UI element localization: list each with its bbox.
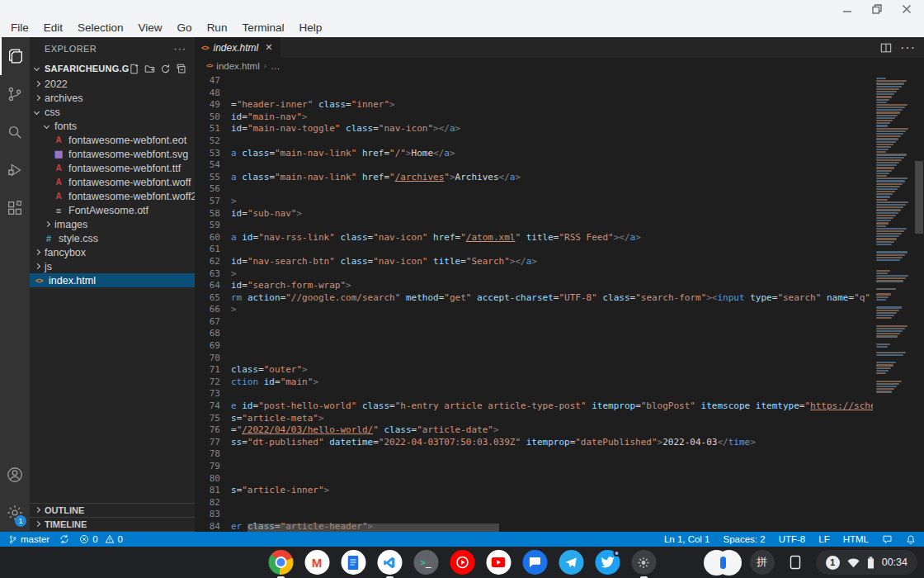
editor-more-actions-icon[interactable]: ··· xyxy=(900,40,916,55)
section-timeline[interactable]: TIMELINE xyxy=(30,518,195,532)
code-line-53[interactable]: a class="main-nav-link" href="/">Home</a… xyxy=(231,148,873,160)
code-line-77[interactable]: ss="dt-published" datetime="2022-04-03T0… xyxy=(231,437,873,449)
menu-terminal[interactable]: Terminal xyxy=(234,20,291,36)
code-line-72[interactable]: ction id="main"> xyxy=(231,377,873,389)
tree-item-archives[interactable]: archives xyxy=(30,91,195,105)
code-line-60[interactable]: a id="nav-rss-link" class="nav-icon" hre… xyxy=(231,232,873,244)
menu-help[interactable]: Help xyxy=(291,20,329,36)
minimize-button[interactable] xyxy=(837,2,858,17)
extensions-icon[interactable] xyxy=(0,189,30,227)
sync-indicator[interactable] xyxy=(59,534,69,544)
tree-item-2022[interactable]: 2022 xyxy=(30,77,195,91)
tree-item-images[interactable]: images xyxy=(30,217,195,231)
tree-item-fontawesome-webfont-woff2[interactable]: Afontawesome-webfont.woff2 xyxy=(30,189,195,203)
tab-index-html[interactable]: <> index.html ✕ xyxy=(195,37,280,58)
code-line-73[interactable] xyxy=(231,388,873,400)
code-line-68[interactable] xyxy=(231,328,873,340)
search-icon[interactable] xyxy=(0,113,30,151)
project-root-row[interactable]: SAFARICHEUNG.GITHUB.IO xyxy=(30,60,195,77)
explorer-more-actions-icon[interactable]: ··· xyxy=(174,43,187,54)
code-line-76[interactable]: ="/2022/04/03/hello-world/" class="artic… xyxy=(231,424,873,437)
minimap[interactable] xyxy=(873,75,914,532)
feedback-icon[interactable] xyxy=(882,534,893,544)
branch-indicator[interactable]: master xyxy=(8,534,50,545)
code-line-59[interactable] xyxy=(231,220,873,232)
code-line-54[interactable] xyxy=(231,159,873,172)
tree-item-fontawesome-otf[interactable]: ≡FontAwesome.otf xyxy=(30,203,195,217)
collapse-all-icon[interactable] xyxy=(176,64,186,74)
code-line-48[interactable] xyxy=(231,88,873,100)
youtube-music-app-icon[interactable] xyxy=(450,550,475,576)
horizontal-scrollbar[interactable] xyxy=(231,524,873,532)
source-control-icon[interactable] xyxy=(0,75,30,113)
vscode-app-icon[interactable] xyxy=(377,550,403,576)
tree-item-index-html[interactable]: <>index.html xyxy=(30,273,195,287)
tree-item-fonts[interactable]: fonts xyxy=(30,119,195,133)
messages-app-icon[interactable] xyxy=(522,550,548,576)
encoding[interactable]: UTF-8 xyxy=(779,534,806,544)
notifications-bell-icon[interactable] xyxy=(906,534,916,545)
twitter-app-icon[interactable] xyxy=(595,550,620,576)
code-line-51[interactable]: id="main-nav-toggle" class="nav-icon"></… xyxy=(231,123,873,135)
split-editor-icon[interactable] xyxy=(880,42,892,54)
system-tray[interactable]: 1 00:34 xyxy=(816,550,917,575)
tab-close-icon[interactable]: ✕ xyxy=(263,42,274,53)
tree-item-fontawesome-webfont-woff[interactable]: Afontawesome-webfont.woff xyxy=(30,175,195,189)
eol[interactable]: LF xyxy=(818,534,829,544)
code-line-81[interactable]: s="article-inner"> xyxy=(231,485,873,497)
settings-icon[interactable]: 1 xyxy=(0,494,30,532)
run-debug-icon[interactable] xyxy=(0,151,30,189)
phone-hub-widget[interactable] xyxy=(704,550,742,576)
code-line-50[interactable]: id="main-nav"> xyxy=(231,111,873,124)
new-folder-icon[interactable] xyxy=(144,64,155,74)
tree-item-fontawesome-webfont-eot[interactable]: Afontawesome-webfont.eot xyxy=(30,133,195,147)
code-line-83[interactable] xyxy=(231,509,873,521)
youtube-app-icon[interactable] xyxy=(486,550,512,576)
section-outline[interactable]: OUTLINE xyxy=(30,504,195,518)
code-line-52[interactable] xyxy=(231,135,873,148)
horizontal-scrollbar-thumb[interactable] xyxy=(248,524,499,532)
code-line-63[interactable]: > xyxy=(231,268,873,281)
code-line-80[interactable] xyxy=(231,473,873,486)
menu-selection[interactable]: Selection xyxy=(70,20,131,36)
chrome-app-icon[interactable] xyxy=(268,550,294,576)
menu-run[interactable]: Run xyxy=(200,20,235,36)
new-file-icon[interactable] xyxy=(129,64,139,74)
breadcrumb-symbol[interactable]: … xyxy=(271,61,280,71)
code-line-57[interactable]: > xyxy=(231,196,873,208)
code-content[interactable]: ="header-inner" class="inner">id="main-n… xyxy=(231,75,873,532)
code-editor[interactable]: 4748495051525354555657585960616263646566… xyxy=(195,73,924,532)
code-line-49[interactable]: ="header-inner" class="inner"> xyxy=(231,99,873,111)
language-mode[interactable]: HTML xyxy=(843,534,869,544)
docs-app-icon[interactable] xyxy=(341,550,366,576)
code-line-67[interactable] xyxy=(231,316,873,329)
indentation[interactable]: Spaces: 2 xyxy=(724,534,766,544)
telegram-app-icon[interactable] xyxy=(559,550,584,576)
code-line-65[interactable]: rm action="//google.com/search" method="… xyxy=(231,292,873,305)
gmail-app-icon[interactable]: M xyxy=(304,550,330,576)
code-line-75[interactable]: s="article-meta"> xyxy=(231,413,873,425)
cursor-position[interactable]: Ln 1, Col 1 xyxy=(664,534,710,544)
code-line-69[interactable] xyxy=(231,340,873,353)
code-line-71[interactable]: class="outer"> xyxy=(231,364,873,377)
tree-item-fontawesome-webfont-ttf[interactable]: Afontawesome-webfont.ttf xyxy=(30,161,195,175)
ime-indicator[interactable]: 拼 xyxy=(750,550,775,575)
settings-app-icon[interactable] xyxy=(631,550,657,576)
terminal-app-icon[interactable]: >_ xyxy=(413,550,439,576)
close-button[interactable] xyxy=(896,2,917,17)
code-line-56[interactable] xyxy=(231,183,873,196)
breadcrumb[interactable]: <> index.html › … xyxy=(195,58,924,73)
code-line-66[interactable]: > xyxy=(231,304,873,316)
menu-file[interactable]: File xyxy=(3,20,36,36)
account-icon[interactable] xyxy=(0,456,30,494)
explorer-icon[interactable] xyxy=(0,37,30,75)
code-line-78[interactable] xyxy=(231,448,873,461)
tree-item-css[interactable]: css xyxy=(30,105,195,119)
code-line-58[interactable]: id="sub-nav"> xyxy=(231,208,873,220)
tree-item-style-css[interactable]: #style.css xyxy=(30,231,195,245)
breadcrumb-file[interactable]: index.html xyxy=(216,61,259,71)
menu-go[interactable]: Go xyxy=(170,20,200,36)
code-line-64[interactable]: id="search-form-wrap"> xyxy=(231,280,873,292)
tree-item-fancybox[interactable]: fancybox xyxy=(30,245,195,259)
problems-indicator[interactable]: 0 0 xyxy=(79,534,123,544)
